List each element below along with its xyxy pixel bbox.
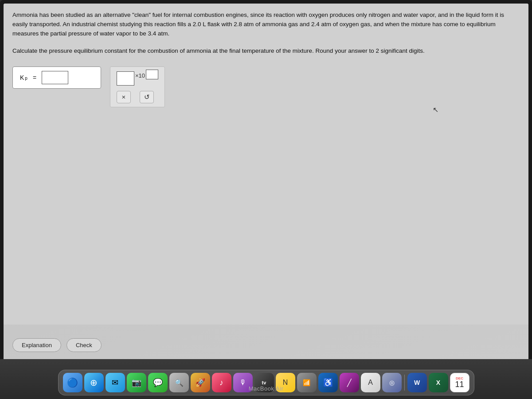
calendar-badge: DEC 11 [450,373,469,392]
accessibility-icon: ♿ [323,378,333,387]
podcasts-icon: 🎙 [239,379,246,387]
answer-area: Kp = ×10 × [12,66,520,107]
screen: Ammonia has been studied as an alternati… [4,4,528,369]
times-ten-label: ×10 [135,72,145,79]
kp-subscript: p [25,76,27,81]
clear-button[interactable]: × [117,91,131,103]
dock-safari[interactable]: ⊕ [84,373,104,392]
sci-action-buttons: × ↺ [117,91,154,103]
question-text: Calculate the pressure equilibrium const… [12,47,520,56]
exponent-input[interactable] [146,70,158,79]
finder-icon: 🔵 [67,377,78,388]
dock-siri[interactable]: ◎ [382,373,402,392]
dock-word[interactable]: W [407,373,427,392]
dock-facetime[interactable]: 📷 [127,373,146,392]
messages-icon: 💬 [153,378,163,387]
problem-paragraph: Ammonia has been studied as an alternati… [12,11,520,39]
dock-mail[interactable]: ✉ [106,373,125,392]
dock-divider [404,375,405,391]
mail-icon: ✉ [112,378,118,387]
exponent-row: ×10 [117,71,158,86]
mantissa-input[interactable] [117,71,134,86]
facetime-icon: 📷 [132,378,141,387]
dock-notchmeister[interactable]: ╱ [340,373,359,392]
notes-icon: N [283,379,288,387]
appletv-icon: tv [262,380,266,385]
dock-finder[interactable]: 🔵 [63,373,82,392]
undo-button[interactable]: ↺ [140,91,154,103]
signal-icon: 📶 [303,379,310,386]
kp-input-container: Kp = [12,66,101,89]
scientific-notation-wrapper: ×10 × ↺ [110,66,165,107]
dock-messages[interactable]: 💬 [148,373,168,392]
siri-icon: ◎ [389,379,395,386]
word-icon: W [414,379,420,386]
kp-equals-sign: = [33,74,36,81]
content-area: Ammonia has been studied as an alternati… [4,4,528,325]
check-button[interactable]: Check [66,338,102,352]
textedit-icon: A [368,379,373,387]
laptop-bezel: Ammonia has been studied as an alternati… [0,0,532,372]
dock-textedit[interactable]: A [361,373,380,392]
dock-area: 🔵 ⊕ ✉ 📷 💬 🔍 🚀 ♪ 🎙 [0,359,532,399]
kp-k: K [20,74,24,81]
explanation-button[interactable]: Explanation [12,338,61,352]
dock-launchpad[interactable]: 🚀 [191,373,210,392]
notchmeister-icon: ╱ [347,379,352,387]
dock-music[interactable]: ♪ [212,373,231,392]
dock-excel[interactable]: X [429,373,448,392]
dock-signal[interactable]: 📶 [297,373,317,392]
spotlight-icon: 🔍 [175,379,184,387]
launchpad-icon: 🚀 [196,378,205,387]
music-icon: ♪ [219,378,223,387]
kp-answer-input[interactable] [42,71,68,84]
calendar-day: 11 [455,380,464,388]
excel-icon: X [436,379,440,386]
sci-notation-area: ×10 × ↺ [117,71,158,103]
safari-icon: ⊕ [90,377,98,388]
x-icon: × [122,93,126,101]
dock-accessibility[interactable]: ♿ [318,373,338,392]
dock-calendar[interactable]: DEC 11 [450,373,469,392]
macbook-label: MacBook Air [249,385,283,392]
undo-icon: ↺ [144,93,150,101]
kp-label: Kp [20,74,27,81]
bottom-buttons: Explanation Check [12,338,102,352]
dock-spotlight[interactable]: 🔍 [169,373,189,392]
